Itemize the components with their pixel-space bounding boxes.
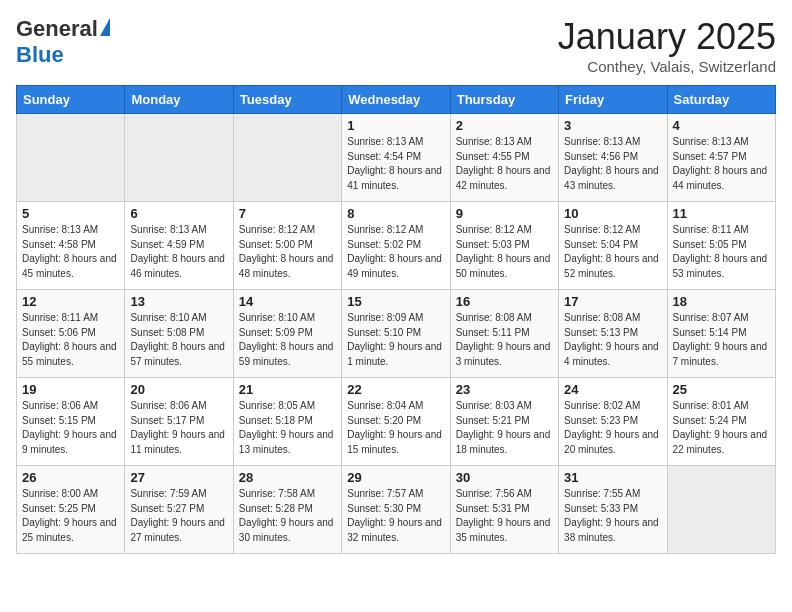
calendar-cell: 28Sunrise: 7:58 AM Sunset: 5:28 PM Dayli… [233, 466, 341, 554]
day-info: Sunrise: 7:57 AM Sunset: 5:30 PM Dayligh… [347, 487, 444, 545]
calendar-cell: 19Sunrise: 8:06 AM Sunset: 5:15 PM Dayli… [17, 378, 125, 466]
calendar-table: SundayMondayTuesdayWednesdayThursdayFrid… [16, 85, 776, 554]
day-info: Sunrise: 8:06 AM Sunset: 5:15 PM Dayligh… [22, 399, 119, 457]
day-info: Sunrise: 8:10 AM Sunset: 5:08 PM Dayligh… [130, 311, 227, 369]
day-info: Sunrise: 8:12 AM Sunset: 5:04 PM Dayligh… [564, 223, 661, 281]
calendar-cell: 3Sunrise: 8:13 AM Sunset: 4:56 PM Daylig… [559, 114, 667, 202]
day-info: Sunrise: 8:10 AM Sunset: 5:09 PM Dayligh… [239, 311, 336, 369]
calendar-cell [233, 114, 341, 202]
day-number: 1 [347, 118, 444, 133]
calendar-week-row: 19Sunrise: 8:06 AM Sunset: 5:15 PM Dayli… [17, 378, 776, 466]
day-info: Sunrise: 8:03 AM Sunset: 5:21 PM Dayligh… [456, 399, 553, 457]
day-info: Sunrise: 8:00 AM Sunset: 5:25 PM Dayligh… [22, 487, 119, 545]
header-tuesday: Tuesday [233, 86, 341, 114]
calendar-cell: 25Sunrise: 8:01 AM Sunset: 5:24 PM Dayli… [667, 378, 775, 466]
day-info: Sunrise: 7:55 AM Sunset: 5:33 PM Dayligh… [564, 487, 661, 545]
day-number: 15 [347, 294, 444, 309]
calendar-cell: 15Sunrise: 8:09 AM Sunset: 5:10 PM Dayli… [342, 290, 450, 378]
logo-blue-text: Blue [16, 42, 64, 68]
day-info: Sunrise: 8:04 AM Sunset: 5:20 PM Dayligh… [347, 399, 444, 457]
month-title: January 2025 [558, 16, 776, 58]
calendar-cell: 2Sunrise: 8:13 AM Sunset: 4:55 PM Daylig… [450, 114, 558, 202]
calendar-cell: 31Sunrise: 7:55 AM Sunset: 5:33 PM Dayli… [559, 466, 667, 554]
calendar-week-row: 26Sunrise: 8:00 AM Sunset: 5:25 PM Dayli… [17, 466, 776, 554]
day-number: 5 [22, 206, 119, 221]
day-info: Sunrise: 8:13 AM Sunset: 4:55 PM Dayligh… [456, 135, 553, 193]
day-number: 27 [130, 470, 227, 485]
day-info: Sunrise: 8:01 AM Sunset: 5:24 PM Dayligh… [673, 399, 770, 457]
calendar-cell: 7Sunrise: 8:12 AM Sunset: 5:00 PM Daylig… [233, 202, 341, 290]
header-wednesday: Wednesday [342, 86, 450, 114]
day-number: 19 [22, 382, 119, 397]
day-number: 22 [347, 382, 444, 397]
calendar-cell: 18Sunrise: 8:07 AM Sunset: 5:14 PM Dayli… [667, 290, 775, 378]
header-thursday: Thursday [450, 86, 558, 114]
location-text: Conthey, Valais, Switzerland [558, 58, 776, 75]
calendar-header-row: SundayMondayTuesdayWednesdayThursdayFrid… [17, 86, 776, 114]
calendar-cell: 30Sunrise: 7:56 AM Sunset: 5:31 PM Dayli… [450, 466, 558, 554]
calendar-cell: 27Sunrise: 7:59 AM Sunset: 5:27 PM Dayli… [125, 466, 233, 554]
calendar-cell: 12Sunrise: 8:11 AM Sunset: 5:06 PM Dayli… [17, 290, 125, 378]
day-number: 8 [347, 206, 444, 221]
day-number: 7 [239, 206, 336, 221]
day-number: 30 [456, 470, 553, 485]
calendar-cell: 14Sunrise: 8:10 AM Sunset: 5:09 PM Dayli… [233, 290, 341, 378]
day-info: Sunrise: 8:02 AM Sunset: 5:23 PM Dayligh… [564, 399, 661, 457]
header-friday: Friday [559, 86, 667, 114]
header-saturday: Saturday [667, 86, 775, 114]
day-info: Sunrise: 7:56 AM Sunset: 5:31 PM Dayligh… [456, 487, 553, 545]
calendar-cell [125, 114, 233, 202]
calendar-cell: 5Sunrise: 8:13 AM Sunset: 4:58 PM Daylig… [17, 202, 125, 290]
day-info: Sunrise: 8:13 AM Sunset: 4:57 PM Dayligh… [673, 135, 770, 193]
page-header: General Blue January 2025 Conthey, Valai… [16, 16, 776, 75]
calendar-cell: 29Sunrise: 7:57 AM Sunset: 5:30 PM Dayli… [342, 466, 450, 554]
logo-general-text: General [16, 16, 98, 42]
logo: General Blue [16, 16, 110, 68]
logo-triangle-icon [100, 18, 110, 36]
day-number: 12 [22, 294, 119, 309]
day-number: 29 [347, 470, 444, 485]
day-number: 28 [239, 470, 336, 485]
calendar-cell: 17Sunrise: 8:08 AM Sunset: 5:13 PM Dayli… [559, 290, 667, 378]
calendar-cell: 20Sunrise: 8:06 AM Sunset: 5:17 PM Dayli… [125, 378, 233, 466]
day-number: 20 [130, 382, 227, 397]
day-info: Sunrise: 8:13 AM Sunset: 4:59 PM Dayligh… [130, 223, 227, 281]
calendar-cell: 23Sunrise: 8:03 AM Sunset: 5:21 PM Dayli… [450, 378, 558, 466]
calendar-cell [17, 114, 125, 202]
calendar-cell: 9Sunrise: 8:12 AM Sunset: 5:03 PM Daylig… [450, 202, 558, 290]
day-info: Sunrise: 7:59 AM Sunset: 5:27 PM Dayligh… [130, 487, 227, 545]
calendar-cell: 8Sunrise: 8:12 AM Sunset: 5:02 PM Daylig… [342, 202, 450, 290]
calendar-cell: 21Sunrise: 8:05 AM Sunset: 5:18 PM Dayli… [233, 378, 341, 466]
day-info: Sunrise: 8:09 AM Sunset: 5:10 PM Dayligh… [347, 311, 444, 369]
calendar-week-row: 5Sunrise: 8:13 AM Sunset: 4:58 PM Daylig… [17, 202, 776, 290]
day-number: 14 [239, 294, 336, 309]
calendar-cell: 1Sunrise: 8:13 AM Sunset: 4:54 PM Daylig… [342, 114, 450, 202]
day-number: 3 [564, 118, 661, 133]
day-info: Sunrise: 8:08 AM Sunset: 5:13 PM Dayligh… [564, 311, 661, 369]
day-number: 9 [456, 206, 553, 221]
calendar-cell: 16Sunrise: 8:08 AM Sunset: 5:11 PM Dayli… [450, 290, 558, 378]
calendar-cell: 26Sunrise: 8:00 AM Sunset: 5:25 PM Dayli… [17, 466, 125, 554]
day-number: 11 [673, 206, 770, 221]
day-info: Sunrise: 8:12 AM Sunset: 5:00 PM Dayligh… [239, 223, 336, 281]
calendar-cell: 24Sunrise: 8:02 AM Sunset: 5:23 PM Dayli… [559, 378, 667, 466]
day-info: Sunrise: 8:11 AM Sunset: 5:06 PM Dayligh… [22, 311, 119, 369]
day-number: 2 [456, 118, 553, 133]
calendar-week-row: 12Sunrise: 8:11 AM Sunset: 5:06 PM Dayli… [17, 290, 776, 378]
calendar-cell: 10Sunrise: 8:12 AM Sunset: 5:04 PM Dayli… [559, 202, 667, 290]
day-info: Sunrise: 8:07 AM Sunset: 5:14 PM Dayligh… [673, 311, 770, 369]
day-number: 23 [456, 382, 553, 397]
day-info: Sunrise: 8:13 AM Sunset: 4:58 PM Dayligh… [22, 223, 119, 281]
day-info: Sunrise: 8:13 AM Sunset: 4:56 PM Dayligh… [564, 135, 661, 193]
calendar-week-row: 1Sunrise: 8:13 AM Sunset: 4:54 PM Daylig… [17, 114, 776, 202]
day-number: 26 [22, 470, 119, 485]
day-info: Sunrise: 8:11 AM Sunset: 5:05 PM Dayligh… [673, 223, 770, 281]
day-number: 10 [564, 206, 661, 221]
day-number: 18 [673, 294, 770, 309]
header-sunday: Sunday [17, 86, 125, 114]
day-info: Sunrise: 8:13 AM Sunset: 4:54 PM Dayligh… [347, 135, 444, 193]
calendar-cell: 11Sunrise: 8:11 AM Sunset: 5:05 PM Dayli… [667, 202, 775, 290]
day-number: 31 [564, 470, 661, 485]
day-info: Sunrise: 7:58 AM Sunset: 5:28 PM Dayligh… [239, 487, 336, 545]
title-block: January 2025 Conthey, Valais, Switzerlan… [558, 16, 776, 75]
